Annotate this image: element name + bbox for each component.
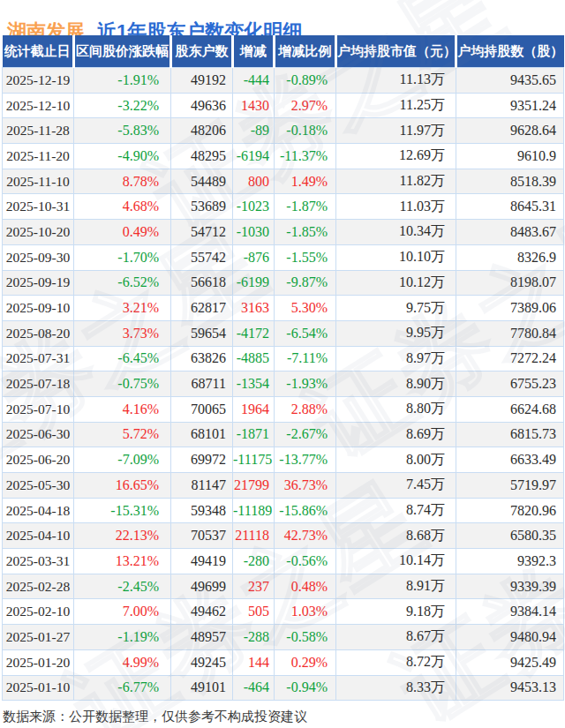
cell-holders: 70537 <box>171 523 233 549</box>
cell-holders: 59654 <box>171 320 233 346</box>
cell-delta: -1871 <box>233 422 275 447</box>
cell-price-change-pct: -4.90% <box>74 144 171 169</box>
table-row: 2025-02-28-2.45%496992370.48%8.91万9339.3… <box>3 574 564 599</box>
cell-delta-pct: -1.87% <box>275 194 336 220</box>
col-header-price-change: 区间股价涨跌幅 <box>74 35 171 68</box>
cell-delta-pct: -6.54% <box>275 320 336 346</box>
cell-avg-value: 12.69万 <box>336 144 456 169</box>
cell-avg-value: 11.82万 <box>336 169 456 194</box>
cell-price-change-pct: -15.31% <box>74 498 171 523</box>
cell-avg-value: 8.33万 <box>336 675 456 701</box>
cell-delta-pct: -15.86% <box>275 498 336 523</box>
col-header-holders: 股东户数 <box>171 35 233 68</box>
cell-avg-value: 7.45万 <box>336 473 456 499</box>
cell-price-change-pct: -6.77% <box>74 675 171 701</box>
cell-avg-value: 9.95万 <box>336 320 456 346</box>
cell-avg-value: 10.34万 <box>336 220 456 245</box>
cell-price-change-pct: 22.13% <box>74 523 171 549</box>
cell-price-change-pct: 4.16% <box>74 396 171 422</box>
cell-avg-value: 8.72万 <box>336 649 456 675</box>
cell-holders: 49245 <box>171 649 233 675</box>
table-row: 2025-01-27-1.19%48957-288-0.58%8.67万9480… <box>3 625 564 650</box>
table-row: 2025-07-104.16%7006519642.88%8.80万6624.6… <box>3 396 564 422</box>
cell-delta-pct: 36.73% <box>275 473 336 499</box>
cell-delta-pct: 1.03% <box>275 599 336 625</box>
cell-delta: 505 <box>233 599 275 625</box>
cell-date: 2025-07-18 <box>3 372 74 397</box>
cell-delta: -11175 <box>233 447 275 473</box>
cell-holders: 53689 <box>171 194 233 220</box>
cell-avg-shares: 9628.64 <box>456 118 564 144</box>
cell-avg-value: 11.03万 <box>336 194 456 220</box>
table-row: 2025-09-19-6.52%56618-6199-9.87%10.12万81… <box>3 270 564 296</box>
cell-date: 2025-12-10 <box>3 93 74 118</box>
cell-avg-shares: 5719.97 <box>456 473 564 499</box>
cell-price-change-pct: 4.99% <box>74 649 171 675</box>
cell-holders: 48295 <box>171 144 233 169</box>
cell-delta-pct: -1.93% <box>275 372 336 397</box>
cell-avg-value: 11.13万 <box>336 68 456 94</box>
cell-price-change-pct: -6.45% <box>74 346 171 372</box>
table-row: 2025-07-31-6.45%63826-4885-7.11%8.97万727… <box>3 346 564 372</box>
cell-price-change-pct: -3.22% <box>74 93 171 118</box>
cell-avg-shares: 9435.65 <box>456 68 564 94</box>
cell-avg-shares: 7272.24 <box>456 346 564 372</box>
cell-price-change-pct: 8.78% <box>74 169 171 194</box>
cell-holders: 56618 <box>171 270 233 296</box>
cell-price-change-pct: -7.09% <box>74 447 171 473</box>
cell-avg-shares: 9453.13 <box>456 675 564 701</box>
cell-price-change-pct: 13.21% <box>74 549 171 574</box>
table-row: 2025-12-19-1.91%49192-444-0.89%11.13万943… <box>3 68 564 94</box>
cell-date: 2025-01-27 <box>3 625 74 650</box>
cell-delta: 144 <box>233 649 275 675</box>
cell-delta-pct: -11.37% <box>275 144 336 169</box>
cell-date: 2025-11-10 <box>3 169 74 194</box>
cell-delta-pct: -7.11% <box>275 346 336 372</box>
cell-date: 2025-07-10 <box>3 396 74 422</box>
cell-delta: 800 <box>233 169 275 194</box>
cell-date: 2025-08-20 <box>3 320 74 346</box>
cell-avg-shares: 8483.67 <box>456 220 564 245</box>
shareholder-change-table: 统计截止日 区间股价涨跌幅 股东户数 增减 增减比例 户均持股市值（元） 户均持… <box>2 35 564 701</box>
cell-holders: 69972 <box>171 447 233 473</box>
cell-holders: 62817 <box>171 296 233 321</box>
cell-holders: 68711 <box>171 372 233 397</box>
cell-date: 2025-03-31 <box>3 549 74 574</box>
cell-holders: 55742 <box>171 244 233 270</box>
cell-delta: -288 <box>233 625 275 650</box>
cell-delta: -89 <box>233 118 275 144</box>
table-row: 2025-03-3113.21%49419-280-0.56%10.14万939… <box>3 549 564 574</box>
table-row: 2025-02-107.00%494625051.03%9.18万9384.14 <box>3 599 564 625</box>
cell-avg-shares: 9384.14 <box>456 599 564 625</box>
cell-holders: 48206 <box>171 118 233 144</box>
cell-avg-shares: 9392.3 <box>456 549 564 574</box>
cell-date: 2025-09-19 <box>3 270 74 296</box>
cell-avg-shares: 7780.84 <box>456 320 564 346</box>
cell-delta: 3163 <box>233 296 275 321</box>
cell-delta-pct: -0.89% <box>275 68 336 94</box>
cell-date: 2025-10-20 <box>3 220 74 245</box>
cell-avg-value: 8.00万 <box>336 447 456 473</box>
table-row: 2025-06-20-7.09%69972-11175-13.77%8.00万6… <box>3 447 564 473</box>
cell-avg-shares: 8645.31 <box>456 194 564 220</box>
cell-holders: 49192 <box>171 68 233 94</box>
cell-date: 2025-04-18 <box>3 498 74 523</box>
cell-avg-value: 10.10万 <box>336 244 456 270</box>
cell-delta: -464 <box>233 675 275 701</box>
table-row: 2025-10-200.49%54712-1030-1.85%10.34万848… <box>3 220 564 245</box>
cell-price-change-pct: 0.49% <box>74 220 171 245</box>
cell-delta-pct: 0.48% <box>275 574 336 599</box>
cell-delta-pct: 5.30% <box>275 296 336 321</box>
table-row: 2025-06-305.72%68101-1871-2.67%8.69万6815… <box>3 422 564 447</box>
cell-holders: 54489 <box>171 169 233 194</box>
cell-delta-pct: -1.85% <box>275 220 336 245</box>
cell-price-change-pct: 5.72% <box>74 422 171 447</box>
cell-holders: 63826 <box>171 346 233 372</box>
table-row: 2025-05-3016.65%811472179936.73%7.45万571… <box>3 473 564 499</box>
cell-date: 2025-02-28 <box>3 574 74 599</box>
cell-delta: 1430 <box>233 93 275 118</box>
col-header-date: 统计截止日 <box>3 35 74 68</box>
cell-avg-shares: 7820.96 <box>456 498 564 523</box>
cell-date: 2025-12-19 <box>3 68 74 94</box>
cell-delta-pct: 42.73% <box>275 523 336 549</box>
